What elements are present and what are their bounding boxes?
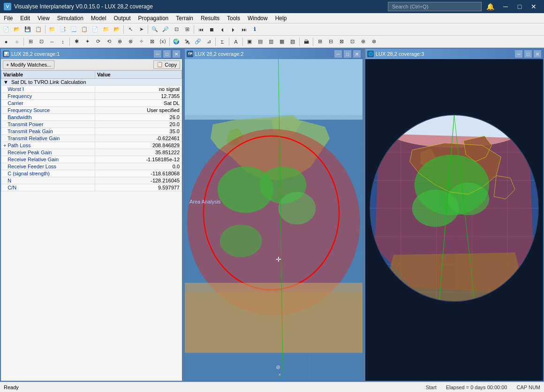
table-row: C (signal strength)-118.618068 <box>1 170 182 177</box>
maximize-button[interactable]: □ <box>513 1 526 12</box>
tb2-btn13[interactable]: ✧ <box>136 37 146 47</box>
tb2-btn12[interactable]: ⊗ <box>125 37 136 47</box>
tb-btn6[interactable]: 📋 <box>79 24 90 35</box>
val-cell: User specified <box>95 107 182 114</box>
tb2-btn5[interactable]: ↔ <box>47 37 57 47</box>
menu-edit[interactable]: Edit <box>16 13 34 23</box>
tb2-btn11[interactable]: ⊕ <box>114 37 125 47</box>
panel-left-close[interactable]: ✕ <box>173 50 180 58</box>
tb2-c1[interactable]: ▣ <box>244 37 255 47</box>
tb2-btn9[interactable]: ⟳ <box>93 37 103 47</box>
panel-center-minimize[interactable]: ─ <box>334 50 342 58</box>
table-row: Transmit Power20.0 <box>1 121 182 128</box>
tb-btn7[interactable]: 📄 <box>90 24 100 35</box>
tb2-btn14[interactable]: ⊠ <box>147 37 157 47</box>
panel-right-close[interactable]: ✕ <box>534 50 541 58</box>
tb2-e5[interactable]: ⊕ <box>358 37 368 47</box>
tb2-btn4[interactable]: ⊡ <box>36 37 46 47</box>
table-row: Frequency SourceUser specified <box>1 107 182 114</box>
collapse-icon[interactable]: ▼ <box>3 79 8 85</box>
tb-btn5[interactable]: 📃 <box>68 24 79 35</box>
tb-zoom-out[interactable]: 🔎 <box>160 24 171 35</box>
minimize-button[interactable]: ─ <box>499 1 512 12</box>
panel-right-icon: 🌐 <box>367 51 374 57</box>
modify-watches-button[interactable]: + Modify Watches... <box>3 60 54 69</box>
tb-save[interactable]: 💾 <box>23 24 33 35</box>
panel-right-minimize[interactable]: ─ <box>515 50 522 58</box>
tb2-orbit[interactable]: 🌍 <box>171 37 181 47</box>
center-map-container[interactable]: Area Analysis ✛ ⊕ × <box>185 59 363 381</box>
tb2-a[interactable]: A <box>231 37 241 47</box>
menu-output[interactable]: Output <box>110 13 135 23</box>
menu-file[interactable]: File <box>0 13 16 23</box>
tb2-btn10[interactable]: ⟲ <box>104 37 114 47</box>
tb2-btn3[interactable]: ⊞ <box>25 37 36 47</box>
copy-button[interactable]: 📋 Copy <box>153 60 180 69</box>
panel-left-minimize[interactable]: ─ <box>154 50 161 58</box>
tb2-e4[interactable]: ⊡ <box>347 37 357 47</box>
tb2-c5[interactable]: ▧ <box>287 37 298 47</box>
tb-open[interactable]: 📂 <box>12 24 22 35</box>
tb-select[interactable]: ↖ <box>125 24 136 35</box>
tb2-link[interactable]: 🔗 <box>193 37 203 47</box>
tb2-sat[interactable]: 🛰 <box>182 37 192 47</box>
tb-stop[interactable]: ⏹ <box>206 24 217 35</box>
close-button[interactable]: ✕ <box>527 1 540 12</box>
app-title: Visualyse Interplanetary V0.0.15.0 - LUX… <box>14 3 385 10</box>
menu-help[interactable]: Help <box>272 13 291 23</box>
tb2-btn6[interactable]: ↕ <box>58 37 68 47</box>
tb2-e2[interactable]: ⊟ <box>325 37 336 47</box>
sep10 <box>242 38 243 46</box>
menu-propagation[interactable]: Propagation <box>135 13 173 23</box>
tb-back[interactable]: ⏴ <box>217 24 227 35</box>
panel-left-maximize[interactable]: □ <box>163 50 171 58</box>
tb2-c2[interactable]: ▤ <box>255 37 265 47</box>
tb-btn8[interactable]: 📁 <box>101 24 111 35</box>
tb-fwd2[interactable]: ⏭ <box>239 24 249 35</box>
tb2-btn1[interactable]: ● <box>1 37 11 47</box>
menu-simulation[interactable]: Simulation <box>53 13 87 23</box>
tb2-btn15[interactable]: ⟨x⟩ <box>158 37 168 47</box>
tb2-c3[interactable]: ▥ <box>266 37 276 47</box>
tb-btn4[interactable]: 📑 <box>58 24 68 35</box>
tb-new[interactable]: 📄 <box>1 24 11 35</box>
notification-icon[interactable]: 🔔 <box>486 3 494 10</box>
panel-center-close[interactable]: ✕ <box>353 50 361 58</box>
panel-center-icon: 🗺 <box>187 51 193 57</box>
tb-fit[interactable]: ⊡ <box>171 24 181 35</box>
tb-btn9[interactable]: 📂 <box>112 24 122 35</box>
menu-tools[interactable]: Tools <box>223 13 244 23</box>
tb2-c4[interactable]: ▦ <box>277 37 287 47</box>
tb-arrow[interactable]: ➤ <box>136 24 146 35</box>
search-input[interactable] <box>388 2 482 11</box>
right-map-container[interactable] <box>365 59 543 381</box>
menu-view[interactable]: View <box>34 13 53 23</box>
tb2-e6[interactable]: ⊗ <box>369 37 379 47</box>
tb2-btn7[interactable]: ✱ <box>71 37 82 47</box>
panel-right-maximize[interactable]: □ <box>524 50 532 58</box>
table-row: Receive Feeder Loss0.0 <box>1 163 182 170</box>
tb-btn3[interactable]: 📁 <box>47 24 57 35</box>
tb-info[interactable]: ℹ <box>249 24 260 35</box>
tb-zoom-in[interactable]: 🔍 <box>150 24 160 35</box>
expand-icon[interactable]: + <box>3 143 8 148</box>
val-cell: -118.618068 <box>95 170 182 177</box>
tb-zoom3[interactable]: ⊞ <box>182 24 192 35</box>
menu-terrain[interactable]: Terrain <box>172 13 197 23</box>
title-bar: V Visualyse Interplanetary V0.0.15.0 - L… <box>0 0 544 13</box>
tb2-e1[interactable]: ⊞ <box>315 37 325 47</box>
variable-table-scroll[interactable]: Variable Value ▼ Sat DL to TVRO.Link Cal… <box>1 70 182 381</box>
tb2-e3[interactable]: ⊠ <box>336 37 347 47</box>
tb2-terrain[interactable]: 🏔 <box>301 37 311 47</box>
menu-results[interactable]: Results <box>197 13 223 23</box>
tb-play-start[interactable]: ⏮ <box>196 24 206 35</box>
tb2-btn8[interactable]: ✦ <box>82 37 92 47</box>
tb-save2[interactable]: 📋 <box>33 24 44 35</box>
tb2-grp[interactable]: ⊿ <box>204 37 214 47</box>
panel-center-maximize[interactable]: □ <box>344 50 351 58</box>
tb2-btn2[interactable]: ○ <box>12 37 22 47</box>
tb-fwd[interactable]: ⏵ <box>228 24 238 35</box>
menu-window[interactable]: Window <box>244 13 272 23</box>
menu-model[interactable]: Model <box>87 13 110 23</box>
tb2-sigma[interactable]: Σ <box>217 37 227 47</box>
